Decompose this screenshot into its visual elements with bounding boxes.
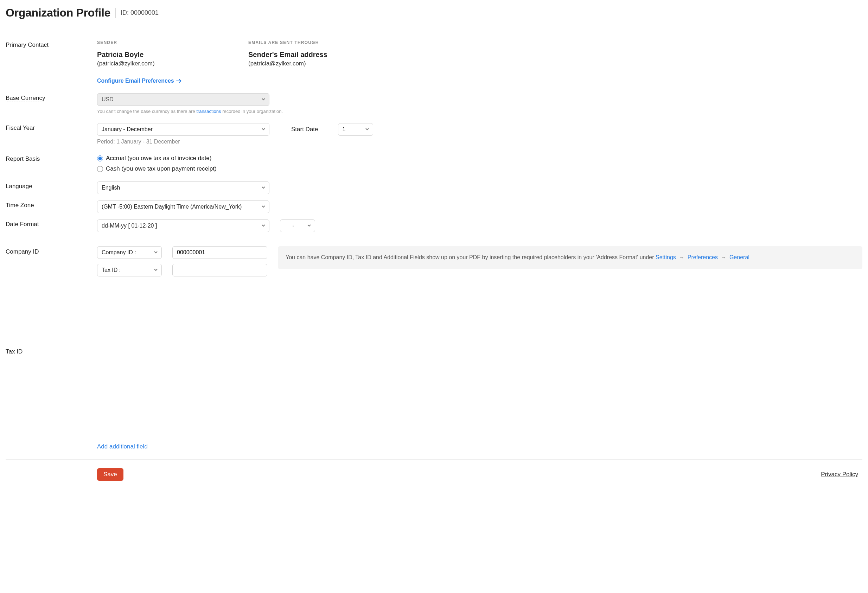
privacy-policy-link[interactable]: Privacy Policy xyxy=(821,471,858,478)
company-id-input[interactable] xyxy=(172,246,267,259)
start-date-select[interactable]: 1 xyxy=(338,123,373,136)
transactions-link[interactable]: transactions xyxy=(196,109,221,114)
arrow-right-icon: → xyxy=(679,254,684,260)
chevron-down-icon xyxy=(261,184,266,191)
chevron-down-icon xyxy=(261,96,266,103)
start-date-value: 1 xyxy=(342,126,346,133)
date-separator-value: - xyxy=(292,223,294,229)
timezone-label: Time Zone xyxy=(6,201,97,209)
configure-email-preferences-link[interactable]: Configure Email Preferences xyxy=(97,78,182,84)
chevron-down-icon xyxy=(154,249,158,256)
arrow-right-icon: → xyxy=(720,254,726,260)
base-currency-select: USD xyxy=(97,93,269,106)
report-basis-label: Report Basis xyxy=(6,154,97,162)
language-value: English xyxy=(102,184,120,191)
tax-id-input[interactable] xyxy=(172,264,267,276)
chevron-down-icon xyxy=(307,223,311,229)
sender-email: (patricia@zylker.com) xyxy=(97,60,213,67)
primary-contact-label: Primary Contact xyxy=(6,40,97,49)
date-format-value: dd-MM-yy [ 01-12-20 ] xyxy=(102,223,157,229)
report-basis-cash-label: Cash (you owe tax upon payment receipt) xyxy=(106,165,217,173)
primary-contact-columns: SENDER Patricia Boyle (patricia@zylker.c… xyxy=(97,40,862,67)
timezone-value: (GMT -5:00) Eastern Daylight Time (Ameri… xyxy=(102,204,242,210)
sent-through-heading: EMAILS ARE SENT THROUGH xyxy=(248,40,328,45)
report-basis-cash-option[interactable]: Cash (you owe tax upon payment receipt) xyxy=(97,165,862,173)
sent-through-name: Sender's Email address xyxy=(248,51,328,59)
report-basis-accrual-radio[interactable] xyxy=(97,155,103,161)
org-id-label: ID: 00000001 xyxy=(121,9,159,16)
sent-through-email: (patricia@zylker.com) xyxy=(248,60,328,67)
arrow-right-icon xyxy=(176,79,182,83)
start-date-label: Start Date xyxy=(291,126,318,133)
page-header: Organization Profile ID: 00000001 xyxy=(0,0,868,26)
chevron-down-icon xyxy=(261,204,266,210)
settings-crumb-link[interactable]: Settings xyxy=(655,254,676,260)
date-format-select[interactable]: dd-MM-yy [ 01-12-20 ] xyxy=(97,220,269,232)
language-label: Language xyxy=(6,181,97,190)
language-select[interactable]: English xyxy=(97,181,269,194)
company-id-label: Company ID xyxy=(6,246,97,338)
company-id-type-select[interactable]: Company ID : xyxy=(97,246,162,259)
report-basis-accrual-option[interactable]: Accrual (you owe tax as of invoice date) xyxy=(97,155,862,162)
id-info-box: You can have Company ID, Tax ID and Addi… xyxy=(278,246,862,269)
company-id-type-value: Company ID : xyxy=(102,249,136,256)
header-divider xyxy=(115,8,116,18)
sender-heading: SENDER xyxy=(97,40,213,45)
chevron-down-icon xyxy=(365,126,369,133)
chevron-down-icon xyxy=(261,223,266,229)
date-separator-select[interactable]: - xyxy=(280,220,315,232)
company-id-field[interactable] xyxy=(177,246,254,258)
tax-id-type-select[interactable]: Tax ID : xyxy=(97,264,162,276)
base-currency-note: You can't change the base currency as th… xyxy=(97,109,862,114)
sender-column: SENDER Patricia Boyle (patricia@zylker.c… xyxy=(97,40,234,67)
report-basis-radio-group: Accrual (you owe tax as of invoice date)… xyxy=(97,154,862,173)
fiscal-year-select[interactable]: January - December xyxy=(97,123,269,136)
tax-id-field[interactable] xyxy=(177,264,254,276)
fiscal-year-label: Fiscal Year xyxy=(6,123,97,131)
page-title: Organization Profile xyxy=(6,6,111,19)
base-currency-label: Base Currency xyxy=(6,93,45,102)
base-currency-value: USD xyxy=(102,96,114,103)
report-basis-cash-radio[interactable] xyxy=(97,166,103,172)
chevron-down-icon xyxy=(261,126,266,133)
preferences-crumb-link[interactable]: Preferences xyxy=(688,254,718,260)
general-crumb-link[interactable]: General xyxy=(729,254,750,260)
tax-id-type-value: Tax ID : xyxy=(102,267,121,273)
sent-through-column: EMAILS ARE SENT THROUGH Sender's Email a… xyxy=(234,40,348,67)
sender-name: Patricia Boyle xyxy=(97,51,213,59)
chevron-down-icon xyxy=(154,267,158,273)
report-basis-accrual-label: Accrual (you owe tax as of invoice date) xyxy=(106,155,211,162)
add-additional-field-link[interactable]: Add additional field xyxy=(97,443,148,450)
tax-id-label: Tax ID xyxy=(6,342,97,434)
fiscal-year-value: January - December xyxy=(102,126,153,133)
timezone-select[interactable]: (GMT -5:00) Eastern Daylight Time (Ameri… xyxy=(97,201,269,213)
configure-email-preferences-label: Configure Email Preferences xyxy=(97,78,174,84)
fiscal-year-period: Period: 1 January - 31 December xyxy=(97,139,862,145)
date-format-label: Date Format xyxy=(6,220,97,228)
save-button[interactable]: Save xyxy=(97,468,124,481)
